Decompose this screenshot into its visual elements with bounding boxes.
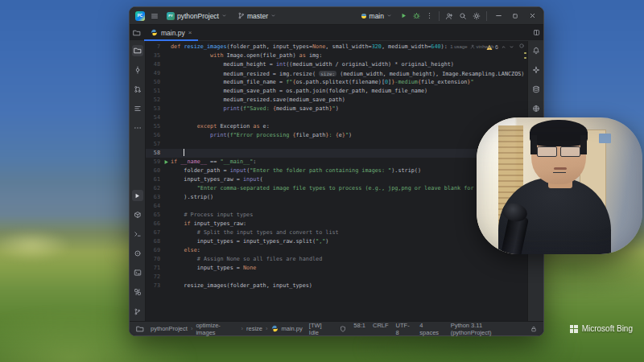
line-number[interactable]: 50 — [146, 78, 163, 87]
pycharm-app-icon[interactable]: PC — [135, 11, 145, 21]
line-number[interactable]: 53 — [146, 105, 163, 113]
run-configuration-selector[interactable]: main — [358, 11, 394, 21]
endpoints-globe-icon[interactable] — [530, 103, 542, 114]
search-everywhere-icon[interactable] — [459, 12, 467, 20]
line-number[interactable]: 68 — [146, 237, 163, 246]
line-number[interactable]: 57 — [146, 140, 163, 149]
line-number[interactable]: 73 — [146, 282, 163, 290]
code-line[interactable]: 62 "Enter comma-separated image file typ… — [146, 184, 527, 193]
code-line[interactable]: 70 # Assign None so all files are handle… — [146, 255, 527, 264]
line-number[interactable]: 35 — [146, 51, 163, 60]
line-number[interactable]: 72 — [146, 273, 163, 282]
code-line[interactable]: 57 — [146, 140, 527, 149]
line-number[interactable]: 58 — [146, 149, 163, 158]
run-button[interactable] — [400, 12, 407, 19]
python-packages-icon[interactable] — [132, 209, 143, 220]
line-number[interactable]: 48 — [146, 60, 163, 69]
code-line[interactable]: 54 — [146, 113, 527, 122]
notifications-bell-icon[interactable] — [530, 45, 542, 56]
code-line[interactable]: 68 input_types = input_types_raw.split("… — [146, 237, 527, 246]
python-console-icon[interactable] — [132, 228, 143, 240]
pull-requests-icon[interactable] — [132, 84, 143, 95]
line-number[interactable]: 56 — [146, 131, 163, 140]
breadcrumb-item[interactable]: optimize-images — [196, 322, 237, 336]
line-number[interactable]: 65 — [146, 211, 163, 220]
run-tool-icon[interactable] — [132, 190, 143, 201]
status-item[interactable]: CRLF — [373, 322, 389, 336]
close-tab-icon[interactable]: × — [188, 29, 192, 36]
code-with-me-icon[interactable] — [445, 12, 453, 20]
code-line[interactable]: 59if __name__ == "__main__": — [146, 158, 527, 167]
code-line[interactable]: 66 if input_types_raw: — [146, 220, 527, 228]
protect-icon[interactable] — [340, 326, 346, 332]
line-number[interactable]: 67 — [146, 228, 163, 237]
settings-gear-icon[interactable] — [473, 12, 481, 20]
line-number[interactable]: 70 — [146, 255, 163, 264]
gutter-run-icon[interactable] — [163, 158, 171, 167]
line-number[interactable]: 52 — [146, 96, 163, 105]
code-line[interactable]: 51 medium_save_path = os.path.join(folde… — [146, 87, 527, 96]
code-line[interactable]: 55 except Exception as e: — [146, 122, 527, 131]
code-line[interactable]: 35 with Image.open(file_path) as img: — [146, 51, 527, 60]
line-number[interactable]: 7 — [146, 43, 163, 51]
code-line[interactable]: 61 input_types_raw = input( — [146, 175, 527, 184]
minimize-button[interactable] — [493, 12, 504, 19]
code-line[interactable]: 48 medium_height = int((medium_width / o… — [146, 60, 527, 69]
breadcrumb[interactable]: pythonProject›optimize-images›resize›mai… — [151, 322, 303, 336]
more-tools-icon[interactable] — [132, 122, 143, 134]
project-widget[interactable]: PY pythonProject — [164, 11, 229, 21]
code-line[interactable]: 72 — [146, 273, 527, 282]
status-item[interactable]: UTF-8 — [396, 322, 413, 336]
services-icon[interactable] — [132, 286, 143, 298]
line-number[interactable]: 49 — [146, 69, 163, 78]
code-line[interactable]: 58 — [146, 149, 527, 158]
line-number[interactable]: 62 — [146, 184, 163, 193]
status-item[interactable]: Python 3.11 (pythonProject) — [451, 322, 523, 336]
code-line[interactable]: 64 — [146, 202, 527, 211]
breadcrumb-file[interactable]: main.py — [282, 325, 303, 332]
structure-icon[interactable] — [132, 103, 143, 114]
line-number[interactable]: 54 — [146, 113, 163, 122]
debug-button[interactable] — [413, 12, 420, 19]
code-line[interactable]: 67 # Split the input types and convert t… — [146, 228, 527, 237]
problems-icon[interactable] — [132, 248, 143, 259]
line-number[interactable]: 61 — [146, 175, 163, 184]
terminal-icon[interactable] — [132, 267, 143, 278]
code-line[interactable]: 50 medium_file_name = f"{os.path.splitex… — [146, 78, 527, 87]
readonly-lock-icon[interactable] — [530, 326, 537, 332]
version-control-icon[interactable] — [132, 306, 143, 317]
line-number[interactable]: 71 — [146, 264, 163, 273]
database-icon[interactable] — [530, 84, 542, 95]
ai-assistant-icon[interactable] — [530, 64, 542, 76]
vcs-widget[interactable]: master — [235, 11, 279, 21]
close-button[interactable] — [526, 12, 538, 19]
code-line[interactable]: 52 medium_resized.save(medium_save_path) — [146, 96, 527, 105]
code-line[interactable]: 53 print(f"Saved: {medium_save_path}") — [146, 105, 527, 113]
tw-status[interactable]: [TW] Idle — [309, 322, 333, 336]
line-number[interactable]: 59 — [146, 158, 163, 167]
status-item[interactable]: 4 spaces — [419, 322, 443, 336]
line-number[interactable]: 64 — [146, 202, 163, 211]
line-number[interactable]: 69 — [146, 246, 163, 255]
line-number[interactable]: 63 — [146, 193, 163, 202]
maximize-button[interactable] — [510, 13, 521, 19]
code-line[interactable]: 63 ).strip() — [146, 193, 527, 202]
line-number[interactable]: 66 — [146, 220, 163, 228]
split-editor-icon[interactable] — [533, 29, 540, 36]
breadcrumb-item[interactable]: resize — [246, 325, 262, 332]
code-line[interactable]: 69 else: — [146, 246, 527, 255]
code-line[interactable]: 49 medium_resized = img.resize( size: (m… — [146, 69, 527, 78]
select-in-project-icon[interactable] — [133, 29, 141, 37]
line-number[interactable]: 55 — [146, 122, 163, 131]
line-number[interactable]: 51 — [146, 87, 163, 96]
breadcrumb-item[interactable]: pythonProject — [151, 325, 188, 332]
tab-main-py[interactable]: main.py × — [144, 25, 198, 40]
line-number[interactable]: 60 — [146, 167, 163, 175]
code-editor[interactable]: 6 7def resize_images(folder_path, input_… — [146, 41, 527, 321]
more-actions-icon[interactable] — [426, 12, 433, 19]
code-line[interactable]: 7def resize_images(folder_path, input_ty… — [146, 43, 527, 51]
status-item[interactable]: 58:1 — [353, 322, 365, 336]
code-line[interactable]: 60 folder_path = input("Enter the folder… — [146, 167, 527, 175]
code-line[interactable]: 71 input_types = None — [146, 264, 527, 273]
code-line[interactable]: 73 resize_images(folder_path, input_type… — [146, 282, 527, 290]
